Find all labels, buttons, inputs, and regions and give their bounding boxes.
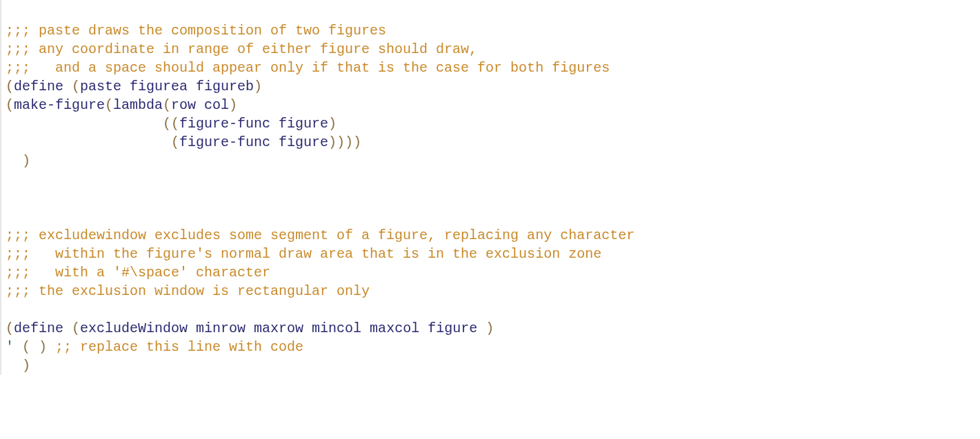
param-list: minrow maxrow mincol maxcol figure — [188, 320, 486, 336]
indent — [6, 358, 22, 374]
paren-close: ) — [328, 116, 337, 132]
indent — [6, 134, 171, 150]
identifier: figure-func figure — [179, 134, 328, 150]
function-name: excludeWindow — [80, 320, 188, 336]
identifier: make-figure — [14, 97, 105, 113]
blank-line — [6, 190, 14, 206]
blank-line — [6, 172, 14, 187]
identifier: figure-func figure — [179, 116, 328, 132]
comment-line: ;;; the exclusion window is rectangular … — [6, 283, 370, 299]
paren-open: ( — [63, 79, 80, 94]
keyword-define: define — [14, 79, 63, 94]
param-list: figurea figureb — [121, 79, 254, 94]
paren-open: ( — [105, 97, 113, 113]
function-name: paste — [80, 79, 121, 94]
code-line: ((figure-func figure) — [6, 116, 337, 132]
comment-line: ;;; and a space should appear only if th… — [6, 60, 610, 76]
indent — [6, 153, 22, 169]
paren-open: ( — [6, 97, 14, 113]
comment-line: ;;; with a '#\space' character — [6, 265, 270, 280]
paren-open: ( — [6, 320, 14, 336]
blank-line — [6, 209, 14, 225]
paren-open: ( — [171, 134, 179, 150]
code-line: (figure-func figure)))) — [6, 134, 361, 150]
comment-line: ;;; paste draws the composition of two f… — [6, 23, 386, 39]
comment-line: ;;; excludewindow excludes some segment … — [6, 227, 634, 243]
paren-close: ) — [486, 320, 494, 336]
paren-close: ) — [22, 358, 30, 374]
paren-empty: ( ) — [14, 339, 55, 355]
quote-literal: ' — [6, 339, 14, 355]
paren-close: ) — [254, 79, 262, 94]
code-line: ) — [6, 153, 30, 169]
paren-open: (( — [163, 116, 179, 132]
paren-close: ) — [229, 97, 237, 113]
param-list: row col — [171, 97, 229, 113]
code-line: ' ( ) ;; replace this line with code — [6, 339, 303, 355]
code-editor: ;;; paste draws the composition of two f… — [0, 0, 980, 375]
comment-inline: ;; replace this line with code — [55, 339, 303, 355]
keyword-lambda: lambda — [113, 97, 163, 113]
keyword-define: define — [14, 320, 63, 336]
paren-open: ( — [6, 79, 14, 94]
paren-open: ( — [63, 320, 80, 336]
code-line: (define (excludeWindow minrow maxrow min… — [6, 320, 494, 336]
code-line: (define (paste figurea figureb) — [6, 79, 262, 94]
comment-line: ;;; within the figure's normal draw area… — [6, 246, 601, 262]
paren-close: )))) — [328, 134, 361, 150]
indent — [6, 116, 163, 132]
blank-line — [6, 302, 14, 318]
comment-line: ;;; any coordinate in range of either fi… — [6, 41, 477, 57]
paren-close: ) — [22, 153, 30, 169]
code-line: (make-figure(lambda(row col) — [6, 97, 237, 113]
paren-open: ( — [163, 97, 171, 113]
code-line: ) — [6, 358, 30, 374]
